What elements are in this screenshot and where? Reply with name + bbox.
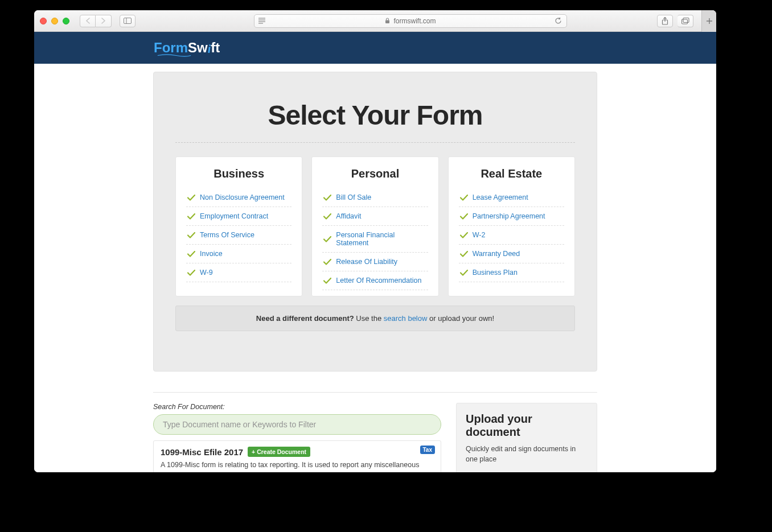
upload-description: Quickly edit and sign documents in one p… — [466, 444, 588, 464]
new-tab-strip — [701, 10, 716, 32]
form-link[interactable]: Letter Of Recommendation — [336, 277, 421, 284]
create-document-button[interactable]: + Create Document — [248, 447, 310, 457]
hero-panel: Select Your Form BusinessNon Disclosure … — [153, 72, 597, 372]
category-item: Lease Agreement — [459, 188, 564, 207]
form-link[interactable]: Affidavit — [336, 212, 361, 220]
tabs-icon — [681, 18, 689, 24]
category-title: Business — [186, 167, 291, 180]
sidebar-button[interactable] — [120, 15, 135, 27]
category-item: Bill Of Sale — [322, 188, 428, 207]
search-column: Search For Document: Tax 1099-Misc Efile… — [153, 403, 441, 472]
category-title: Real Estate — [459, 167, 564, 180]
check-icon — [323, 195, 331, 201]
upload-panel: Upload your document Quickly edit and si… — [456, 403, 597, 472]
category-item: W-2 — [459, 226, 564, 245]
search-label: Search For Document: — [153, 403, 441, 411]
form-link[interactable]: Bill Of Sale — [336, 193, 371, 201]
check-icon — [187, 195, 195, 201]
form-link[interactable]: Employment Contract — [200, 212, 268, 220]
url-text: formswift.com — [393, 17, 436, 25]
form-link[interactable]: Warranty Deed — [473, 250, 520, 258]
result-description: A 1099-Misc form is relating to tax repo… — [161, 460, 434, 472]
titlebar: formswift.com — [34, 10, 716, 32]
category-list: Bill Of SaleAffidavitPersonal Financial … — [322, 188, 428, 290]
result-tag: Tax — [420, 446, 436, 454]
plus-icon — [706, 18, 713, 24]
address-bar[interactable]: formswift.com — [254, 14, 567, 28]
category-item: Letter Of Recommendation — [322, 271, 428, 290]
check-icon — [460, 195, 468, 201]
reader-icon[interactable] — [258, 18, 266, 24]
category-item: Non Disclosure Agreement — [186, 188, 291, 207]
category-title: Personal — [322, 167, 428, 180]
toolbar-right — [657, 15, 693, 27]
check-icon — [460, 251, 468, 257]
search-below-link[interactable]: search below — [384, 314, 428, 323]
section-divider — [153, 392, 597, 393]
form-link[interactable]: W-2 — [473, 231, 486, 239]
page-viewport: FormSwift Select Your Form BusinessNon D… — [34, 32, 716, 472]
check-icon — [460, 270, 468, 276]
new-tab-button[interactable] — [702, 14, 716, 28]
minimize-icon[interactable] — [51, 18, 58, 24]
maximize-icon[interactable] — [63, 18, 69, 24]
category-list: Non Disclosure AgreementEmployment Contr… — [186, 188, 291, 282]
chevron-left-icon — [85, 18, 91, 24]
hero-divider — [175, 142, 575, 143]
category-item: Affidavit — [322, 207, 428, 226]
category-item: Employment Contract — [186, 207, 291, 226]
category-card: PersonalBill Of SaleAffidavitPersonal Fi… — [311, 156, 438, 296]
form-link[interactable]: Lease Agreement — [473, 193, 528, 201]
close-icon[interactable] — [40, 18, 47, 24]
site-header: FormSwift — [34, 32, 716, 64]
category-item: Business Plan — [459, 263, 564, 282]
tabs-button[interactable] — [677, 15, 693, 27]
form-link[interactable]: Partnership Agreement — [473, 212, 545, 220]
search-result-card[interactable]: Tax 1099-Misc Efile 2017 + Create Docume… — [153, 440, 441, 472]
svg-rect-10 — [683, 18, 689, 22]
form-link[interactable]: Release Of Liability — [336, 258, 397, 266]
category-item: Personal Financial Statement — [322, 226, 428, 253]
category-card: BusinessNon Disclosure AgreementEmployme… — [175, 156, 302, 296]
search-input[interactable] — [153, 414, 441, 435]
check-icon — [187, 251, 195, 257]
forward-button[interactable] — [96, 15, 112, 27]
check-icon — [323, 259, 331, 265]
category-card: Real EstateLease AgreementPartnership Ag… — [448, 156, 575, 296]
share-button[interactable] — [657, 15, 673, 27]
logo-underline-icon — [154, 54, 195, 57]
result-title: 1099-Misc Efile 2017 — [161, 447, 243, 457]
category-item: Invoice — [186, 245, 291, 263]
svg-rect-6 — [385, 20, 389, 24]
nav-back-forward — [80, 15, 112, 27]
need-different-bar: Need a different document? Use the searc… — [175, 306, 575, 331]
form-link[interactable]: Business Plan — [473, 269, 518, 277]
check-icon — [187, 213, 195, 220]
need-different-bold: Need a different document? — [256, 314, 354, 323]
reload-icon[interactable] — [555, 17, 562, 24]
page-title: Select Your Form — [175, 100, 575, 131]
form-link[interactable]: W-9 — [200, 269, 213, 277]
logo[interactable]: FormSwift — [154, 40, 220, 56]
check-icon — [460, 232, 468, 238]
category-cards: BusinessNon Disclosure AgreementEmployme… — [175, 156, 575, 296]
check-icon — [187, 270, 195, 276]
check-icon — [323, 213, 331, 220]
check-icon — [323, 236, 331, 242]
category-item: Terms Of Service — [186, 226, 291, 245]
category-item: Warranty Deed — [459, 245, 564, 263]
svg-rect-9 — [681, 19, 687, 24]
back-button[interactable] — [80, 15, 96, 27]
category-item: Partnership Agreement — [459, 207, 564, 226]
lock-icon — [385, 18, 390, 24]
form-link[interactable]: Non Disclosure Agreement — [200, 193, 285, 201]
form-link[interactable]: Terms Of Service — [200, 231, 254, 239]
form-link[interactable]: Invoice — [200, 250, 223, 258]
form-link[interactable]: Personal Financial Statement — [336, 231, 426, 247]
page-content: Select Your Form BusinessNon Disclosure … — [153, 72, 597, 472]
chevron-right-icon — [101, 18, 106, 24]
upload-title: Upload your document — [466, 413, 588, 439]
result-header: 1099-Misc Efile 2017 + Create Document — [161, 447, 434, 457]
check-icon — [460, 213, 468, 220]
sidebar-icon — [124, 18, 132, 24]
